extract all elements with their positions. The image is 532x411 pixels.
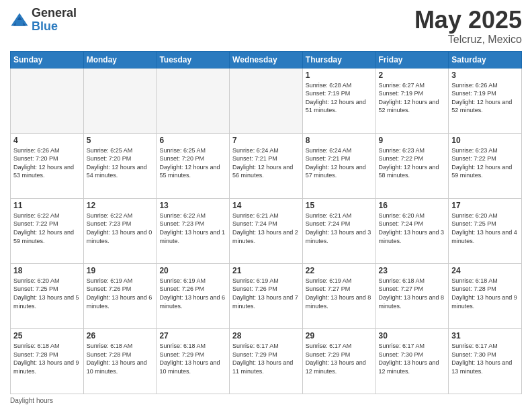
table-row <box>83 68 157 133</box>
day-number: 2 <box>379 71 446 80</box>
day-number: 25 <box>13 331 81 340</box>
day-number: 4 <box>13 136 81 145</box>
day-number: 7 <box>232 136 300 145</box>
table-row: 25 Sunrise: 6:18 AMSunset: 7:28 PMDaylig… <box>11 328 84 394</box>
day-number: 3 <box>451 71 519 80</box>
day-number: 14 <box>232 201 300 210</box>
table-row <box>230 68 303 133</box>
day-info: Sunrise: 6:26 AMSunset: 7:20 PMDaylight:… <box>13 147 74 179</box>
day-info: Sunrise: 6:25 AMSunset: 7:20 PMDaylight:… <box>87 147 147 179</box>
table-row: 22 Sunrise: 6:19 AMSunset: 7:27 PMDaylig… <box>302 263 375 328</box>
table-row <box>157 68 230 133</box>
table-row: 23 Sunrise: 6:18 AMSunset: 7:27 PMDaylig… <box>375 263 449 328</box>
day-number: 13 <box>159 201 226 210</box>
table-row: 31 Sunrise: 6:17 AMSunset: 7:30 PMDaylig… <box>449 328 522 394</box>
day-number: 24 <box>451 266 519 275</box>
page: General Blue May 2025 Telcruz, Mexico Su… <box>0 0 532 411</box>
table-row: 28 Sunrise: 6:17 AMSunset: 7:29 PMDaylig… <box>230 328 303 394</box>
table-row: 1 Sunrise: 6:28 AMSunset: 7:19 PMDayligh… <box>302 68 375 133</box>
table-row: 7 Sunrise: 6:24 AMSunset: 7:21 PMDayligh… <box>230 133 303 198</box>
table-row: 3 Sunrise: 6:26 AMSunset: 7:19 PMDayligh… <box>449 68 522 133</box>
calendar-week-0: 1 Sunrise: 6:28 AMSunset: 7:19 PMDayligh… <box>11 68 522 133</box>
day-number: 23 <box>379 266 446 275</box>
day-number: 6 <box>159 136 226 145</box>
table-row: 4 Sunrise: 6:26 AMSunset: 7:20 PMDayligh… <box>11 133 84 198</box>
day-info: Sunrise: 6:18 AMSunset: 7:29 PMDaylight:… <box>159 342 220 375</box>
day-info: Sunrise: 6:22 AMSunset: 7:23 PMDaylight:… <box>159 212 225 244</box>
day-info: Sunrise: 6:26 AMSunset: 7:19 PMDaylight:… <box>451 82 512 114</box>
table-row: 10 Sunrise: 6:23 AMSunset: 7:22 PMDaylig… <box>449 133 522 198</box>
day-info: Sunrise: 6:18 AMSunset: 7:27 PMDaylight:… <box>379 277 445 310</box>
day-number: 26 <box>87 331 154 340</box>
day-info: Sunrise: 6:21 AMSunset: 7:24 PMDaylight:… <box>306 212 371 244</box>
title-block: May 2025 Telcruz, Mexico <box>414 7 522 46</box>
table-row: 27 Sunrise: 6:18 AMSunset: 7:29 PMDaylig… <box>157 328 230 394</box>
day-info: Sunrise: 6:24 AMSunset: 7:21 PMDaylight:… <box>232 147 293 179</box>
table-row: 11 Sunrise: 6:22 AMSunset: 7:22 PMDaylig… <box>11 198 84 263</box>
table-row: 26 Sunrise: 6:18 AMSunset: 7:28 PMDaylig… <box>83 328 157 394</box>
day-info: Sunrise: 6:17 AMSunset: 7:29 PMDaylight:… <box>232 342 293 375</box>
day-info: Sunrise: 6:19 AMSunset: 7:27 PMDaylight:… <box>306 277 371 310</box>
table-row: 20 Sunrise: 6:19 AMSunset: 7:26 PMDaylig… <box>157 263 230 328</box>
logo-general-text: General <box>32 7 77 20</box>
day-number: 8 <box>306 136 373 145</box>
table-row: 30 Sunrise: 6:17 AMSunset: 7:30 PMDaylig… <box>375 328 449 394</box>
table-row: 8 Sunrise: 6:24 AMSunset: 7:21 PMDayligh… <box>302 133 375 198</box>
table-row: 13 Sunrise: 6:22 AMSunset: 7:23 PMDaylig… <box>157 198 230 263</box>
day-info: Sunrise: 6:25 AMSunset: 7:20 PMDaylight:… <box>159 147 220 179</box>
day-info: Sunrise: 6:19 AMSunset: 7:26 PMDaylight:… <box>232 277 298 310</box>
table-row: 15 Sunrise: 6:21 AMSunset: 7:24 PMDaylig… <box>302 198 375 263</box>
day-number: 16 <box>379 201 446 210</box>
day-info: Sunrise: 6:19 AMSunset: 7:26 PMDaylight:… <box>87 277 152 310</box>
day-info: Sunrise: 6:17 AMSunset: 7:29 PMDaylight:… <box>306 342 366 375</box>
table-row: 12 Sunrise: 6:22 AMSunset: 7:23 PMDaylig… <box>83 198 157 263</box>
table-row: 6 Sunrise: 6:25 AMSunset: 7:20 PMDayligh… <box>157 133 230 198</box>
day-number: 20 <box>159 266 226 275</box>
day-info: Sunrise: 6:18 AMSunset: 7:28 PMDaylight:… <box>13 342 79 375</box>
day-number: 22 <box>306 266 373 275</box>
calendar-week-3: 18 Sunrise: 6:20 AMSunset: 7:25 PMDaylig… <box>11 263 522 328</box>
col-tuesday: Tuesday <box>157 51 230 68</box>
col-sunday: Sunday <box>11 51 84 68</box>
day-number: 21 <box>232 266 300 275</box>
col-thursday: Thursday <box>302 51 375 68</box>
day-info: Sunrise: 6:20 AMSunset: 7:24 PMDaylight:… <box>379 212 445 244</box>
month-title: May 2025 <box>414 7 522 34</box>
table-row: 29 Sunrise: 6:17 AMSunset: 7:29 PMDaylig… <box>302 328 375 394</box>
day-info: Sunrise: 6:17 AMSunset: 7:30 PMDaylight:… <box>451 342 512 375</box>
header: General Blue May 2025 Telcruz, Mexico <box>10 7 522 46</box>
day-info: Sunrise: 6:21 AMSunset: 7:24 PMDaylight:… <box>232 212 298 244</box>
daylight-label: Daylight hours <box>10 397 53 404</box>
calendar-week-4: 25 Sunrise: 6:18 AMSunset: 7:28 PMDaylig… <box>11 328 522 394</box>
day-number: 18 <box>13 266 81 275</box>
table-row: 9 Sunrise: 6:23 AMSunset: 7:22 PMDayligh… <box>375 133 449 198</box>
day-number: 30 <box>379 331 446 340</box>
day-info: Sunrise: 6:17 AMSunset: 7:30 PMDaylight:… <box>379 342 439 375</box>
col-monday: Monday <box>83 51 157 68</box>
day-info: Sunrise: 6:18 AMSunset: 7:28 PMDaylight:… <box>87 342 147 375</box>
table-row: 2 Sunrise: 6:27 AMSunset: 7:19 PMDayligh… <box>375 68 449 133</box>
calendar-week-2: 11 Sunrise: 6:22 AMSunset: 7:22 PMDaylig… <box>11 198 522 263</box>
day-info: Sunrise: 6:20 AMSunset: 7:25 PMDaylight:… <box>451 212 517 244</box>
day-number: 1 <box>306 71 373 80</box>
table-row: 21 Sunrise: 6:19 AMSunset: 7:26 PMDaylig… <box>230 263 303 328</box>
svg-rect-2 <box>15 20 23 26</box>
logo-text: General Blue <box>32 7 77 34</box>
day-number: 27 <box>159 331 226 340</box>
calendar-header-row: Sunday Monday Tuesday Wednesday Thursday… <box>11 51 522 68</box>
table-row: 17 Sunrise: 6:20 AMSunset: 7:25 PMDaylig… <box>449 198 522 263</box>
table-row: 18 Sunrise: 6:20 AMSunset: 7:25 PMDaylig… <box>11 263 84 328</box>
col-saturday: Saturday <box>449 51 522 68</box>
day-number: 10 <box>451 136 519 145</box>
table-row: 19 Sunrise: 6:19 AMSunset: 7:26 PMDaylig… <box>83 263 157 328</box>
day-number: 12 <box>87 201 154 210</box>
table-row: 5 Sunrise: 6:25 AMSunset: 7:20 PMDayligh… <box>83 133 157 198</box>
footer-note: Daylight hours <box>10 397 522 404</box>
day-number: 28 <box>232 331 300 340</box>
day-number: 17 <box>451 201 519 210</box>
day-info: Sunrise: 6:23 AMSunset: 7:22 PMDaylight:… <box>451 147 512 179</box>
table-row <box>11 68 84 133</box>
day-number: 31 <box>451 331 519 340</box>
day-number: 29 <box>306 331 373 340</box>
day-number: 15 <box>306 201 373 210</box>
